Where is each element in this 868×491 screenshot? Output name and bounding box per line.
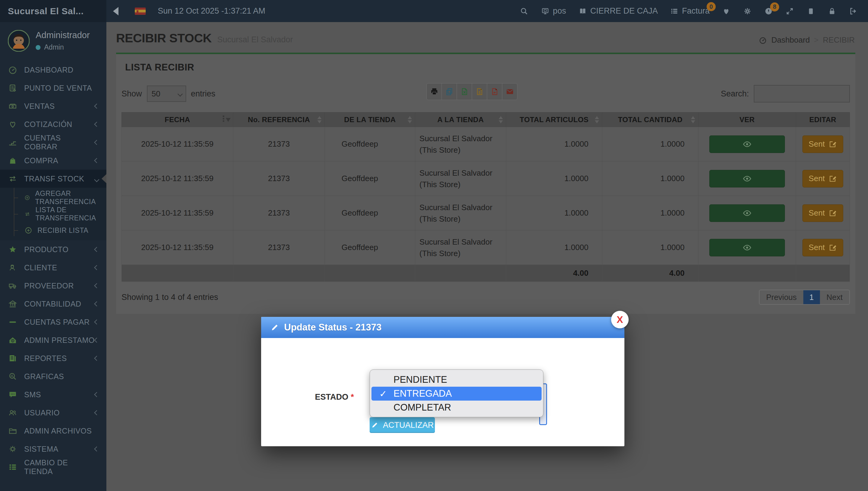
ver-cell [698, 230, 796, 265]
total-articulos-cell: 1.0000 [506, 230, 602, 265]
sidebar-item-label: TRANSF STOCK [24, 174, 84, 183]
settings-button[interactable] [743, 7, 752, 16]
view-button[interactable] [709, 170, 785, 187]
chevron-left-icon [94, 104, 99, 109]
sidebar-item-ventas[interactable]: VENTAS [0, 97, 107, 115]
previous-page-button[interactable]: Previous [759, 290, 803, 304]
next-page-button[interactable]: Next [820, 290, 849, 304]
export-copy-button[interactable] [442, 83, 457, 100]
sidebar-subitem-recibir-lista[interactable]: RECIBIR LISTA [0, 222, 107, 238]
sidebar-item-label: DASHBOARD [24, 66, 73, 75]
favorites-button[interactable] [722, 7, 731, 16]
sidebar-item-cuentas-cobrar[interactable]: CUENTAS COBRAR [0, 133, 107, 151]
sidebar-item-sms[interactable]: SMS [0, 385, 107, 404]
column-header-de-la-tienda[interactable]: DE LA TIENDA [325, 113, 415, 127]
pencil-square-icon [829, 140, 837, 148]
truck-icon [8, 281, 18, 291]
ver-cell [698, 196, 796, 230]
modal-close-button[interactable]: X [611, 311, 629, 328]
column-header-editar[interactable]: EDITAR [796, 113, 849, 127]
sidebar-item-admin-prestamo[interactable]: ADMIN PRESTAMO [0, 331, 107, 349]
pos-link[interactable]: pos [541, 6, 566, 16]
fecha-cell: 2025-10-12 11:35:59 [122, 162, 233, 196]
sidebar-item-cotizaci-n[interactable]: COTIZACIÓN [0, 115, 107, 133]
device-button[interactable] [806, 7, 815, 16]
sidebar-toggle-icon[interactable] [113, 7, 118, 16]
factura-link[interactable]: Factura0 [670, 6, 710, 16]
column-header-ver[interactable]: VER [698, 113, 796, 127]
lista-recibir-panel: LISTA RECIBIR Show 50 entries Search: FE… [116, 53, 855, 314]
estado-option-pendiente[interactable]: PENDIENTE [370, 373, 543, 387]
footer-total-articulos: 4.00 [506, 265, 602, 282]
breadcrumb-current: RECIBIR [823, 35, 855, 45]
page-number-button[interactable]: 1 [803, 290, 820, 304]
cierre-de-caja-link[interactable]: CIERRE DE CAJA [578, 6, 658, 16]
sidebar-item-cambio-de-tienda[interactable]: CAMBIO DE TIENDA [0, 458, 107, 476]
sidebar-item-label: PRODUCTO [24, 245, 69, 254]
column-header-no-referencia[interactable]: No. REFERENCIA [233, 113, 325, 127]
sidebar-item-producto[interactable]: PRODUCTO [0, 240, 107, 259]
view-button[interactable] [709, 204, 785, 222]
actualizar-button[interactable]: ACTUALIZAR [370, 417, 435, 433]
sidebar-item-transf-stock[interactable]: TRANSF STOCK [0, 170, 107, 188]
edit-status-label: Sent [809, 139, 825, 149]
sidebar-item-admin-archivos[interactable]: ADMIN ARCHIVOS [0, 422, 107, 440]
breadcrumb-home[interactable]: Dashboard [771, 35, 810, 45]
pos-clipboard-icon [8, 83, 18, 93]
view-button[interactable] [709, 136, 785, 153]
sidebar-subitem-lista-de-transferencia[interactable]: LISTA DE TRANSFERENCIA [0, 206, 107, 222]
sidebar-item-reportes[interactable]: REPORTES [0, 349, 107, 367]
referencia-cell: 21373 [233, 196, 325, 230]
report-icon [8, 353, 18, 363]
export-print-button[interactable] [426, 83, 442, 100]
edit-status-button[interactable]: Sent [802, 136, 843, 153]
sidebar-item-label: COTIZACIÓN [24, 120, 72, 129]
spain-flag-icon[interactable] [135, 7, 146, 15]
alerts-button[interactable]: 8 [764, 7, 773, 16]
sidebar-item-dashboard[interactable]: DASHBOARD [0, 61, 107, 79]
sidebar-item-compra[interactable]: COMPRA [0, 151, 107, 170]
export-mail-button[interactable] [502, 83, 517, 100]
sidebar-item-usuario[interactable]: USUARIO [0, 404, 107, 422]
page-size-select[interactable]: 50 [147, 86, 186, 102]
sidebar-item-contabilidad[interactable]: CONTABILIDAD [0, 295, 107, 313]
pagination: Previous 1 Next [759, 290, 850, 305]
logout-button[interactable] [849, 7, 858, 16]
sidebar-item-proveedor[interactable]: PROVEEDOR [0, 277, 107, 295]
search-input[interactable] [754, 85, 850, 103]
estado-option-completar[interactable]: COMPLETAR [370, 401, 543, 414]
sidebar-item-label: COMPRA [24, 156, 58, 165]
sort-icon [317, 116, 322, 123]
column-header-total-cantidad[interactable]: TOTAL CANTIDAD [602, 113, 698, 127]
sidebar-item-cuentas-pagar[interactable]: CUENTAS PAGAR [0, 313, 107, 331]
sidebar-item-graficas[interactable]: GRAFICAS [0, 367, 107, 385]
edit-status-button[interactable]: Sent [802, 204, 843, 222]
user-name: Administrador [36, 30, 90, 40]
column-header-total-articulos[interactable]: TOTAL ARTICULOS [506, 113, 602, 127]
estado-option-entregada[interactable]: ✓ENTREGADA [371, 387, 542, 401]
column-header-fecha[interactable]: FECHA [122, 113, 233, 127]
total-cantidad-cell: 1.0000 [602, 230, 698, 265]
sidebar-item-sistema[interactable]: SISTEMA [0, 440, 107, 458]
column-header-a-la-tienda[interactable]: A LA TIENDA [415, 113, 506, 127]
sidebar-item-punto-de-venta[interactable]: PUNTO DE VENTA [0, 79, 107, 97]
export-file-pdf-button[interactable] [487, 83, 502, 100]
breadcrumb-separator: > [814, 35, 818, 45]
footer-cell [698, 265, 796, 282]
show-label: Show [121, 89, 142, 98]
edit-status-button[interactable]: Sent [802, 170, 843, 187]
edit-status-button[interactable]: Sent [802, 239, 843, 256]
mail-icon [505, 87, 515, 96]
view-button[interactable] [709, 239, 785, 256]
pos-monitor-icon [541, 7, 550, 16]
footer-cell [122, 265, 233, 282]
export-file-lines-button[interactable] [472, 83, 487, 100]
lock-screen-button[interactable] [828, 7, 837, 16]
brand-block[interactable]: Sucursal El Sal... [0, 0, 107, 22]
sidebar-item-cliente[interactable]: CLIENTE [0, 259, 107, 277]
sidebar-subitem-agregar-transferencia[interactable]: AGREGAR TRANSFERENCIA [0, 190, 107, 206]
export-excel-button[interactable] [457, 83, 472, 100]
sort-desc-icon [223, 115, 231, 122]
fullscreen-button[interactable] [785, 7, 794, 16]
search-button[interactable] [519, 7, 529, 16]
